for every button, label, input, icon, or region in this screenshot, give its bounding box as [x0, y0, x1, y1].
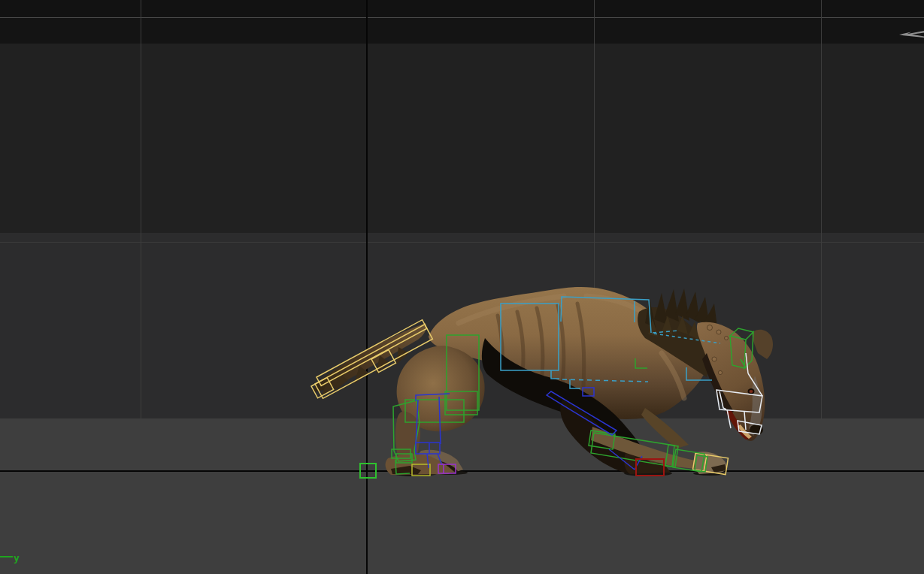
axis-gizmo: y [0, 552, 20, 563]
axis-y-label: y [14, 552, 20, 563]
creature-model[interactable] [314, 287, 773, 476]
viewport-3d[interactable]: y [0, 0, 924, 574]
pointer-arrow-icon [899, 31, 924, 38]
app-window: { "scene": { "axis_gizmo": { "label": "y… [0, 0, 924, 574]
origin-pivot-marker[interactable] [360, 464, 376, 478]
far-ear-tuft [752, 330, 773, 359]
eye [750, 390, 753, 393]
front-leg-far-upper [641, 408, 689, 449]
